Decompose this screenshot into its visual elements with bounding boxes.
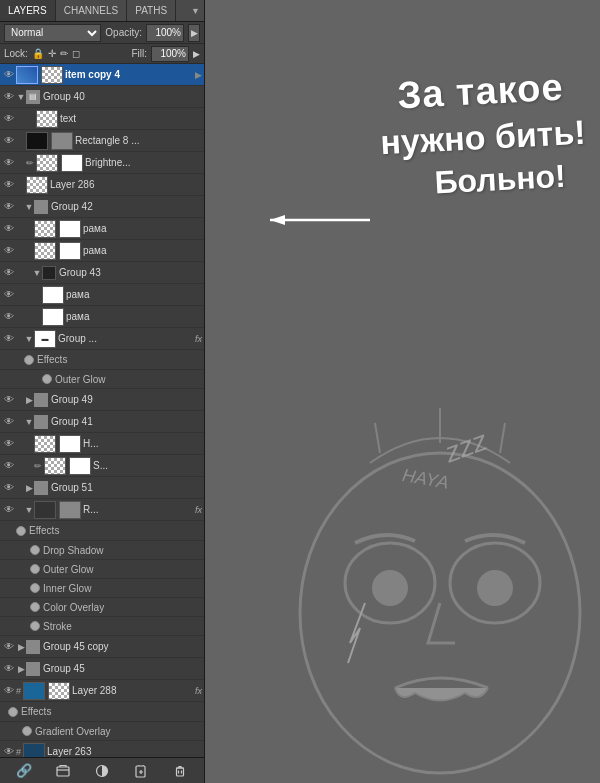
thumb-17 bbox=[34, 435, 56, 453]
eye-dot-outerglow2[interactable] bbox=[30, 564, 40, 574]
eye-dot-gradientoverlay[interactable] bbox=[22, 726, 32, 736]
layer-row-group45copy[interactable]: 👁 ▶ Group 45 copy bbox=[0, 636, 204, 658]
layer-row-layer286[interactable]: 👁 Layer 286 bbox=[0, 174, 204, 196]
thumb-17b bbox=[59, 435, 81, 453]
effect-drop-shadow[interactable]: Drop Shadow bbox=[0, 541, 204, 560]
eye-icon-16[interactable]: 👁 bbox=[2, 416, 16, 427]
link-button[interactable]: 🔗 bbox=[13, 761, 35, 781]
eye-icon-12[interactable]: 👁 bbox=[2, 333, 16, 344]
rage-face bbox=[240, 333, 600, 783]
layer-row-layer288[interactable]: 👁 # Layer 288 fx bbox=[0, 680, 204, 702]
eye-icon-4[interactable]: 👁 bbox=[2, 157, 16, 168]
triangle-1[interactable]: ▼ bbox=[16, 92, 26, 102]
tab-paths[interactable]: PATHS bbox=[127, 0, 176, 21]
fill-arrow[interactable]: ▶ bbox=[193, 49, 200, 59]
tab-layers[interactable]: LAYERS bbox=[0, 0, 56, 21]
eye-dot-dropshadow[interactable] bbox=[30, 545, 40, 555]
eye-icon-5[interactable]: 👁 bbox=[2, 179, 16, 190]
pixel-icon[interactable]: ◻ bbox=[72, 48, 80, 59]
eye-dot-innerglow[interactable] bbox=[30, 583, 40, 593]
eye-icon-3[interactable]: 👁 bbox=[2, 135, 16, 146]
eye-icon-29[interactable]: 👁 bbox=[2, 685, 16, 696]
triangle-15[interactable]: ▶ bbox=[24, 395, 34, 405]
effects-header-row[interactable]: Effects bbox=[0, 350, 204, 370]
effect-outer-glow[interactable]: Outer Glow bbox=[0, 370, 204, 389]
layer-row-layer263[interactable]: 👁 # Layer 263 bbox=[0, 741, 204, 757]
eye-dot-outerglow[interactable] bbox=[42, 374, 52, 384]
layer-row-groupfx[interactable]: 👁 ▼ ▬ Group ... fx bbox=[0, 328, 204, 350]
layer-row-h[interactable]: 👁 H... bbox=[0, 433, 204, 455]
opacity-arrow[interactable]: ▶ bbox=[188, 24, 200, 42]
eye-dot-stroke[interactable] bbox=[30, 621, 40, 631]
layer-row-group40[interactable]: 👁 ▼ ▤ Group 40 bbox=[0, 86, 204, 108]
layer-row-group45[interactable]: 👁 ▶ Group 45 bbox=[0, 658, 204, 680]
panel-collapse[interactable]: ▼ bbox=[187, 0, 204, 21]
triangle-6[interactable]: ▼ bbox=[24, 202, 34, 212]
fill-input[interactable] bbox=[151, 46, 189, 62]
layer-row-brightne[interactable]: 👁 ✏ Brightne... bbox=[0, 152, 204, 174]
eye-icon-19[interactable]: 👁 bbox=[2, 482, 16, 493]
layer-row-rfx[interactable]: 👁 ▼ R... fx bbox=[0, 499, 204, 521]
eye-icon-1[interactable]: 👁 bbox=[2, 91, 16, 102]
effect-color-overlay[interactable]: Color Overlay bbox=[0, 598, 204, 617]
triangle-19[interactable]: ▶ bbox=[24, 483, 34, 493]
layer-row-group41[interactable]: 👁 ▼ Group 41 bbox=[0, 411, 204, 433]
effect-stroke[interactable]: Stroke bbox=[0, 617, 204, 636]
delete-button[interactable] bbox=[169, 761, 191, 781]
new-group-button[interactable] bbox=[52, 761, 74, 781]
layer-row-item-copy-4[interactable]: 👁 item copy 4 ▶ bbox=[0, 64, 204, 86]
layer-row-rama4[interactable]: 👁 рама bbox=[0, 306, 204, 328]
layer-row-rama2[interactable]: 👁 рама bbox=[0, 240, 204, 262]
eye-dot-effects3[interactable] bbox=[8, 707, 18, 717]
triangle-28[interactable]: ▶ bbox=[16, 664, 26, 674]
layer-row-group49[interactable]: 👁 ▶ Group 49 bbox=[0, 389, 204, 411]
eye-icon-0[interactable]: 👁 bbox=[2, 69, 16, 80]
lock-icon[interactable]: 🔒 bbox=[32, 48, 44, 59]
new-layer-button[interactable] bbox=[130, 761, 152, 781]
eye-icon-15[interactable]: 👁 bbox=[2, 394, 16, 405]
eye-dot-effects2[interactable] bbox=[16, 526, 26, 536]
eye-icon-10[interactable]: 👁 bbox=[2, 289, 16, 300]
brush-icon[interactable]: ✏ bbox=[60, 48, 68, 59]
layer-row-s[interactable]: 👁 ✏ S... bbox=[0, 455, 204, 477]
triangle-9[interactable]: ▼ bbox=[32, 268, 42, 278]
effect-name-gradientoverlay: Gradient Overlay bbox=[35, 726, 202, 737]
layer-row-rama3[interactable]: 👁 рама bbox=[0, 284, 204, 306]
eye-icon-7[interactable]: 👁 bbox=[2, 223, 16, 234]
effects-header-row2[interactable]: Effects bbox=[0, 521, 204, 541]
eye-icon-27[interactable]: 👁 bbox=[2, 641, 16, 652]
layers-list[interactable]: 👁 item copy 4 ▶ 👁 ▼ ▤ Group 40 👁 text 👁 bbox=[0, 64, 204, 757]
adjustment-button[interactable] bbox=[91, 761, 113, 781]
eye-icon-6[interactable]: 👁 bbox=[2, 201, 16, 212]
eye-icon-20[interactable]: 👁 bbox=[2, 504, 16, 515]
eye-icon-8[interactable]: 👁 bbox=[2, 245, 16, 256]
layer-row-rect8[interactable]: 👁 Rectangle 8 ... bbox=[0, 130, 204, 152]
move-icon[interactable]: ✛ bbox=[48, 48, 56, 59]
eye-dot-effects[interactable] bbox=[24, 355, 34, 365]
triangle-27[interactable]: ▶ bbox=[16, 642, 26, 652]
blend-mode-select[interactable]: Normal bbox=[4, 24, 101, 42]
eye-icon-18[interactable]: 👁 bbox=[2, 460, 16, 471]
eye-icon-11[interactable]: 👁 bbox=[2, 311, 16, 322]
layer-row-group42[interactable]: 👁 ▼ Group 42 bbox=[0, 196, 204, 218]
layer-row-group43[interactable]: 👁 ▼ Group 43 bbox=[0, 262, 204, 284]
eye-dot-coloroverlay[interactable] bbox=[30, 602, 40, 612]
layer-row-text[interactable]: 👁 text bbox=[0, 108, 204, 130]
eye-icon-32[interactable]: 👁 bbox=[2, 746, 16, 757]
eye-icon-2[interactable]: 👁 bbox=[2, 113, 16, 124]
effects-header-row3[interactable]: Effects bbox=[0, 702, 204, 722]
eye-icon-9[interactable]: 👁 bbox=[2, 267, 16, 278]
opacity-input[interactable] bbox=[146, 24, 184, 42]
tab-channels[interactable]: CHANNELS bbox=[56, 0, 127, 21]
eye-icon-17[interactable]: 👁 bbox=[2, 438, 16, 449]
effect-gradient-overlay[interactable]: Gradient Overlay bbox=[0, 722, 204, 741]
triangle-16[interactable]: ▼ bbox=[24, 417, 34, 427]
layer-row-rama1[interactable]: 👁 рама bbox=[0, 218, 204, 240]
layer-row-group51[interactable]: 👁 ▶ Group 51 bbox=[0, 477, 204, 499]
triangle-20[interactable]: ▼ bbox=[24, 505, 34, 515]
effect-name-outerglow2: Outer Glow bbox=[43, 564, 202, 575]
triangle-12[interactable]: ▼ bbox=[24, 334, 34, 344]
eye-icon-28[interactable]: 👁 bbox=[2, 663, 16, 674]
effect-outer-glow2[interactable]: Outer Glow bbox=[0, 560, 204, 579]
effect-inner-glow[interactable]: Inner Glow bbox=[0, 579, 204, 598]
